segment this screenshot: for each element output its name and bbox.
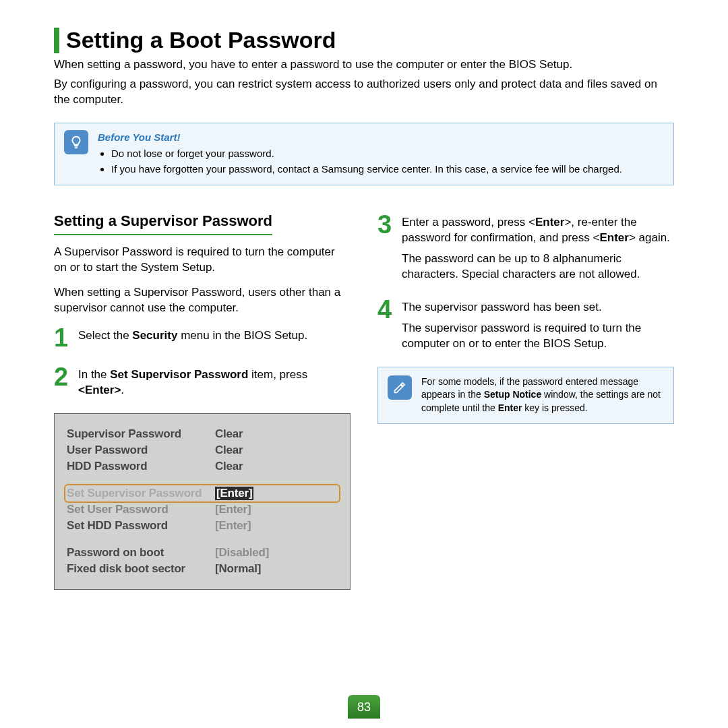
title-accent-bar — [54, 28, 59, 53]
bios-row-set-user: Set User Password[Enter] — [65, 502, 339, 518]
section-heading: Setting a Supervisor Password — [54, 212, 272, 235]
bios-row-hdd: HDD PasswordClear — [65, 458, 339, 475]
right-column: 3 Enter a password, press <Enter>, re-en… — [377, 212, 674, 590]
pencil-icon — [388, 375, 412, 400]
callout-title: Before You Start! — [98, 130, 622, 146]
intro-paragraph-2: By configuring a password, you can restr… — [54, 77, 674, 108]
page-number: 83 — [348, 695, 380, 719]
step-body: Select the Security menu in the BIOS Set… — [78, 326, 307, 350]
step-1: 1 Select the Security menu in the BIOS S… — [54, 326, 351, 350]
step-body: The supervisor password has been set. Th… — [402, 297, 674, 352]
step-body: Enter a password, press <Enter>, re-ente… — [402, 212, 674, 282]
step-2: 2 In the Set Supervisor Password item, p… — [54, 365, 351, 398]
step-number: 2 — [54, 365, 71, 398]
step-4: 4 The supervisor password has been set. … — [377, 297, 674, 352]
bios-security-panel: Supervisor PasswordClear User PasswordCl… — [54, 413, 351, 590]
left-column: Setting a Supervisor Password A Supervis… — [54, 212, 351, 590]
step-number: 3 — [377, 212, 395, 282]
step-body: In the Set Supervisor Password item, pre… — [78, 365, 351, 398]
page-title: Setting a Boot Password — [66, 27, 336, 53]
step-number: 4 — [377, 297, 395, 352]
bios-row-set-hdd: Set HDD Password[Enter] — [65, 518, 339, 534]
step-number: 1 — [54, 326, 71, 350]
page-title-row: Setting a Boot Password — [54, 27, 674, 53]
lightbulb-icon — [64, 130, 88, 154]
before-you-start-callout: Before You Start! Do not lose or forget … — [54, 123, 674, 186]
step-3: 3 Enter a password, press <Enter>, re-en… — [377, 212, 674, 282]
bios-row-user: User PasswordClear — [65, 442, 339, 458]
supervisor-desc-1: A Supervisor Password is required to tur… — [54, 245, 351, 276]
intro-paragraph-1: When setting a password, you have to ent… — [54, 57, 674, 73]
content-columns: Setting a Supervisor Password A Supervis… — [54, 212, 674, 590]
bios-row-pwd-on-boot: Password on boot[Disabled] — [65, 545, 339, 561]
supervisor-desc-2: When setting a Supervisor Password, user… — [54, 285, 351, 316]
callout-item: Do not lose or forget your password. — [111, 146, 622, 162]
bios-row-fixed-disk: Fixed disk boot sector[Normal] — [65, 561, 339, 577]
callout-body: Before You Start! Do not lose or forget … — [98, 130, 622, 177]
callout-item: If you have forgotten your password, con… — [111, 162, 622, 177]
bios-row-set-supervisor-selected: Set Supervisor Password[Enter] — [64, 484, 340, 503]
note-callout: For some models, if the password entered… — [377, 367, 674, 424]
bios-row-supervisor: Supervisor PasswordClear — [65, 426, 339, 442]
note-body: For some models, if the password entered… — [421, 375, 664, 415]
